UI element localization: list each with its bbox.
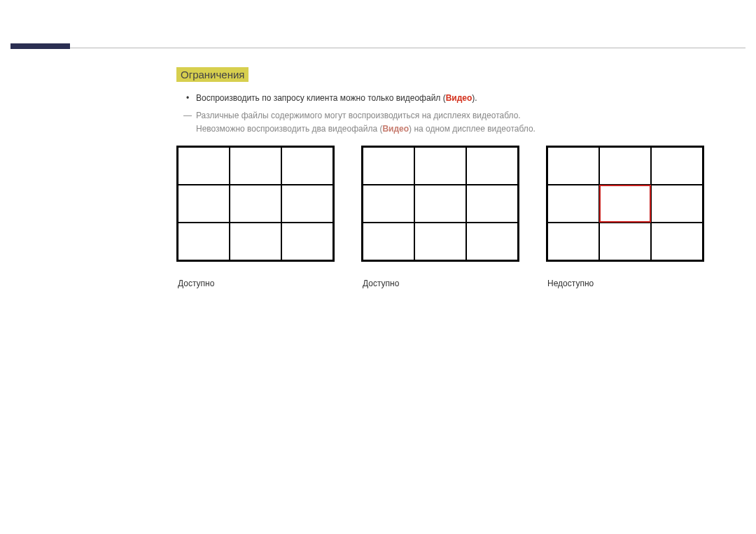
bullet-text-post: ). xyxy=(472,93,477,103)
grid-block: Доступно xyxy=(361,146,519,288)
grid-cell xyxy=(281,147,333,185)
grid-cell xyxy=(599,223,651,260)
grid-cell xyxy=(466,185,518,223)
video-wall-grid xyxy=(361,146,519,262)
grid-cell xyxy=(599,185,651,223)
bullet-text: Воспроизводить по запросу клиента можно … xyxy=(196,92,536,105)
grid-cell xyxy=(178,223,230,260)
note2-post: ) на одном дисплее видеотабло. xyxy=(409,124,536,134)
grid-cell xyxy=(466,147,518,185)
grid-cell xyxy=(230,223,281,260)
grid-cell xyxy=(414,147,466,185)
grid-cell xyxy=(547,223,599,260)
note-item: Различные файлы содержимого могут воспро… xyxy=(176,109,536,122)
video-keyword-2: Видео xyxy=(382,124,409,134)
video-keyword: Видео xyxy=(446,93,472,103)
note-line-1: Различные файлы содержимого могут воспро… xyxy=(196,109,536,122)
header-separator-line xyxy=(70,48,746,48)
bullet-item: Воспроизводить по запросу клиента можно … xyxy=(176,92,536,105)
grid-cell xyxy=(363,185,414,223)
note-line-2: Невозможно воспроизводить два видеофайла… xyxy=(176,122,536,136)
grid-cell xyxy=(281,185,333,223)
content-section: Ограничения Воспроизводить по запросу кл… xyxy=(176,67,536,136)
grids-row: ДоступноДоступноНедоступно xyxy=(176,146,704,288)
grid-label: Доступно xyxy=(363,279,519,288)
grid-cell xyxy=(547,147,599,185)
bullet-text-pre: Воспроизводить по запросу клиента можно … xyxy=(196,93,446,103)
grid-cell xyxy=(651,147,703,185)
video-wall-grid xyxy=(546,146,704,262)
grid-cell xyxy=(599,147,651,185)
grid-label: Доступно xyxy=(178,279,335,288)
header-accent-bar xyxy=(10,43,70,49)
grid-cell xyxy=(414,185,466,223)
grid-cell xyxy=(281,223,333,260)
video-wall-grid xyxy=(176,146,335,262)
grid-cell xyxy=(363,147,414,185)
grid-block: Доступно xyxy=(176,146,335,288)
grid-cell xyxy=(178,147,230,185)
grid-cell xyxy=(414,223,466,260)
grid-cell xyxy=(230,185,281,223)
section-title: Ограничения xyxy=(176,67,248,82)
grid-cell xyxy=(651,185,703,223)
grid-label: Недоступно xyxy=(547,279,704,288)
grid-cell xyxy=(230,147,281,185)
grid-block: Недоступно xyxy=(546,146,704,288)
grid-cell xyxy=(651,223,703,260)
grid-cell xyxy=(547,185,599,223)
grid-cell xyxy=(363,223,414,260)
note2-pre: Невозможно воспроизводить два видеофайла… xyxy=(196,124,382,134)
grid-cell xyxy=(178,185,230,223)
grid-cell xyxy=(466,223,518,260)
